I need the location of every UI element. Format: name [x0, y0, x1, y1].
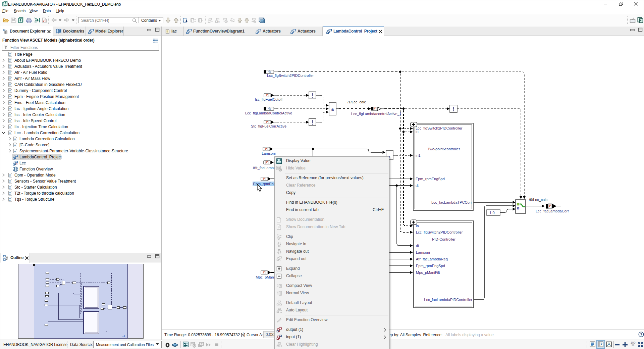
svg-text:Lcc_facLambdaTPCCorr: Lcc_facLambdaTPCCorr	[431, 200, 472, 204]
svg-text:Lcc_flgSwitch2PIDController: Lcc_flgSwitch2PIDController	[267, 73, 314, 78]
svg-text:in: in	[416, 224, 419, 228]
svg-text:in: in	[416, 130, 419, 134]
svg-text:Lcc_flgSwitch2PIDController: Lcc_flgSwitch2PIDController	[416, 230, 463, 234]
svg-text:Lcc_flgSwitch2PIDController: Lcc_flgSwitch2PIDController	[416, 126, 463, 130]
svg-text:in1: in1	[416, 153, 421, 157]
svg-text:&: &	[331, 107, 334, 111]
svg-text:A: A	[218, 20, 220, 23]
svg-text:Mpc_pManiFilt: Mpc_pManiFilt	[416, 270, 440, 275]
svg-text:/1/Lcc_calc: /1/Lcc_calc	[347, 100, 366, 104]
svg-text:Lamsoni: Lamsoni	[416, 250, 430, 254]
svg-text:Lcc_flgLambdacontrolActive_1: Lcc_flgLambdacontrolActive_1	[351, 112, 401, 116]
svg-text:Lcc_facLambdaCorr: Lcc_facLambdaCorr	[536, 209, 569, 213]
svg-text:1.0: 1.0	[489, 211, 494, 215]
svg-text:Isc_flgFuelCutoff: Isc_flgFuelCutoff	[255, 97, 283, 101]
svg-text:Stc_flgFuelCorrActive: Stc_flgFuelCorrActive	[251, 124, 286, 128]
svg-text:dt: dt	[416, 244, 419, 248]
svg-text:?: ?	[640, 333, 642, 337]
svg-text:Epm_rpmEngSpd: Epm_rpmEngSpd	[416, 177, 445, 181]
svg-text:Two-point-controller: Two-point-controller	[428, 147, 460, 151]
svg-text:Lcc_flgLambdaControlActive: Lcc_flgLambdaControlActive	[245, 111, 292, 115]
svg-text:/6/Lcc_calc: /6/Lcc_calc	[529, 198, 548, 202]
svg-text:Epm_rpmEngSpd: Epm_rpmEngSpd	[416, 264, 445, 268]
svg-text:dt: dt	[416, 184, 419, 188]
svg-text:Lcc_facLambdaPIDController: Lcc_facLambdaPIDController	[424, 298, 472, 302]
svg-text:Afr_facLambdaReq: Afr_facLambdaReq	[416, 257, 448, 261]
svg-text:Lamsoni: Lamsoni	[262, 151, 276, 155]
svg-text:PID-Controller: PID-Controller	[432, 237, 455, 241]
